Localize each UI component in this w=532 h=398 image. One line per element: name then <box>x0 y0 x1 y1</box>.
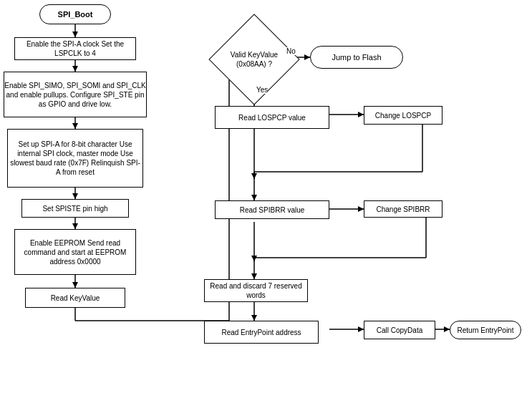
jump-to-flash-node: Jump to Flash <box>310 46 403 69</box>
change-spibrr-node: Change SPIBRR <box>364 200 442 218</box>
svg-marker-5 <box>72 123 78 129</box>
return-entrypoint-node: Return EntryPoint <box>450 321 521 339</box>
svg-marker-18 <box>304 54 310 60</box>
svg-marker-31 <box>358 206 364 212</box>
svg-marker-27 <box>251 173 257 179</box>
svg-marker-22 <box>358 112 364 117</box>
valid-keyvalue-diamond: Valid KeyValue (0x08AA) ? <box>222 27 286 92</box>
read-discard-node: Read and discard 7 reserved words <box>204 279 308 302</box>
set-spiste-node: Set SPISTE pin high <box>21 199 129 218</box>
valid-keyvalue-label: Valid KeyValue (0x08AA) ? <box>222 50 286 69</box>
svg-marker-11 <box>72 282 78 288</box>
svg-marker-42 <box>358 326 364 332</box>
read-keyvalue-node: Read KeyValue <box>25 288 125 308</box>
yes-label: Yes <box>256 86 268 94</box>
svg-marker-44 <box>444 326 450 332</box>
svg-marker-29 <box>251 195 257 200</box>
flowchart-diagram: SPI_Boot Enable the SPI-A clock Set the … <box>0 0 532 398</box>
svg-marker-1 <box>72 31 78 37</box>
spi-boot-node: SPI_Boot <box>39 4 111 24</box>
enable-eeprom-node: Enable EEPROM Send read command and star… <box>14 229 136 275</box>
svg-marker-9 <box>72 223 78 229</box>
read-spibrr-node: Read SPIBRR value <box>215 200 329 219</box>
svg-marker-7 <box>72 193 78 199</box>
enable-clock-node: Enable the SPI-A clock Set the LSPCLK to… <box>14 37 136 60</box>
svg-marker-3 <box>72 66 78 72</box>
read-entrypoint-node: Read EntryPoint address <box>204 321 319 344</box>
svg-marker-40 <box>251 315 257 321</box>
svg-marker-38 <box>251 273 257 279</box>
no-label: No <box>286 47 296 55</box>
read-lospcp-node: Read LOSPCP value <box>215 106 329 129</box>
setup-spi-node: Set up SPI-A for 8-bit character Use int… <box>7 129 143 188</box>
enable-spi-node: Enable SPI_SIMO, SPI_SOMI and SPI_CLK an… <box>4 72 147 117</box>
svg-marker-36 <box>251 256 257 261</box>
call-copydata-node: Call CopyData <box>364 321 435 339</box>
change-lospcp-node: Change LOSPCP <box>364 106 442 125</box>
